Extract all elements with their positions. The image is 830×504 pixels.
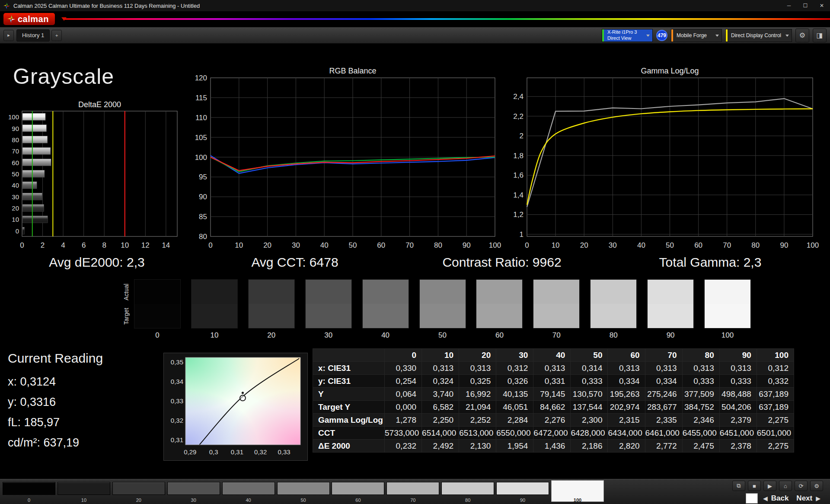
table-row-label: Y [313,388,385,401]
display-control-dropdown[interactable]: Direct Display Control [725,29,792,42]
svg-text:0,32: 0,32 [171,417,183,424]
footer-patch-0[interactable] [3,482,55,495]
table-cell: 0,330 [385,362,422,375]
play-icon[interactable]: ▶ [763,481,776,491]
meter-name: X-Rite i1Pro 3 [607,29,643,35]
svg-text:0,31: 0,31 [171,436,183,443]
refresh-icon[interactable]: ⟳ [795,481,808,491]
footer-patch-70[interactable] [386,482,439,495]
pattern-source-dropdown[interactable]: Mobile Forge [671,29,722,42]
footer-patch-80[interactable] [441,482,494,495]
table-cell: 2,130 [459,440,496,453]
svg-text:70: 70 [723,241,731,249]
table-cell: 202,974 [608,401,645,414]
back-button[interactable]: ◀ Back [760,493,791,504]
table-cell: 2,492 [422,440,459,453]
table-cell: 6461,000 [645,427,682,440]
deltae-2000-chart: DeltaE 200010090807060504030201000246810… [4,99,186,255]
svg-text:6: 6 [82,241,86,249]
current-reading-title: Current Reading [8,351,103,366]
footer-patch-30[interactable] [167,482,220,495]
home-icon[interactable]: ⌂ [779,481,792,491]
table-cell: 2,315 [608,414,645,427]
svg-text:70: 70 [405,241,414,249]
close-button[interactable]: ✕ [814,0,830,11]
table-cell: 377,509 [682,388,719,401]
current-patch-preview[interactable] [746,493,758,504]
swatch-90 [647,279,694,329]
table-cell: 384,752 [682,401,719,414]
footer-patch-20[interactable] [112,482,165,495]
add-tab-button[interactable]: + [51,30,62,41]
history-panel-toggle[interactable]: ▸ [3,30,14,41]
next-button[interactable]: Next ▶ [794,493,823,504]
footer-patch-50[interactable] [277,482,330,495]
svg-text:80: 80 [199,233,207,241]
brand-logo-text: calman [18,15,49,23]
svg-text:80: 80 [751,241,760,249]
table-cell: 0,324 [422,375,459,388]
settings-icon[interactable]: ⚙ [810,481,823,491]
swatch-30-actual [306,280,351,304]
measurement-table: 0102030405060708090100 x: CIE310,3300,31… [313,348,794,453]
deltae-bar-50 [22,170,45,177]
svg-text:40: 40 [637,241,645,249]
table-cell: 0,312 [757,362,794,375]
meter-select-dropdown[interactable]: X-Rite i1Pro 3 Direct View [602,29,653,42]
window-title: Calman 2025 Calman Ultimate for Business… [13,3,200,9]
table-col-50: 50 [571,349,608,362]
maximize-button[interactable]: ☐ [797,0,814,11]
right-panel-toggle-icon[interactable]: ◨ [813,29,827,42]
cie-xy-panel: 0,350,340,330,320,310,290,30,310,320,33 [163,353,308,461]
svg-text:0,31: 0,31 [231,448,243,456]
table-cell: 84,662 [533,401,571,414]
svg-text:14: 14 [162,241,170,249]
table-cell: 2,335 [645,414,682,427]
svg-text:60: 60 [377,241,385,249]
table-cell: 0,326 [496,375,533,388]
svg-text:1,2: 1,2 [513,211,524,219]
footer-patch-60[interactable] [332,482,384,495]
swatch-10-target [192,304,237,328]
svg-text:2: 2 [41,241,45,249]
brand-menu-caret-icon[interactable] [61,17,67,21]
table-cell: 0,313 [422,362,459,375]
table-cell: 40,135 [496,388,533,401]
table-cell: 2,346 [682,414,719,427]
footer-patch-40[interactable] [222,482,275,495]
swatch-20-actual [249,280,294,304]
tab-history-1[interactable]: History 1 [16,29,50,41]
minimize-button[interactable]: ─ [781,0,797,11]
table-cell: 0,332 [757,375,794,388]
svg-text:30: 30 [292,241,300,249]
swatch-30-target [306,304,351,328]
table-cell: 504,206 [719,401,757,414]
swatch-30 [305,279,352,329]
swatch-label-10: 10 [191,331,238,340]
deltae-bar-90 [22,124,47,131]
table-cell: 6550,000 [496,427,533,440]
table-row: y: CIE310,2540,3240,3250,3260,3310,3330,… [313,375,794,388]
table-cell: 2,186 [571,440,608,453]
svg-text:Gamma Log/Log: Gamma Log/Log [641,67,699,75]
pop-out-icon[interactable]: ⧉ [732,481,745,491]
svg-text:0,32: 0,32 [254,448,267,456]
table-col-80: 80 [682,349,719,362]
stat-avg-de2000: Avg dE2000: 2,3 [49,255,144,270]
svg-text:2,2: 2,2 [513,112,524,121]
calman-logo[interactable]: calman [3,13,55,25]
swatch-40-actual [363,280,409,304]
footer-patch-90[interactable] [496,482,549,495]
table-cell: 0,314 [571,362,608,375]
svg-text:90: 90 [780,241,788,249]
footer-nav-row: ◀ Back Next ▶ [746,493,823,504]
svg-text:60: 60 [694,241,702,249]
footer-patch-label-100: 100 [551,498,604,503]
deltae-bar-20 [22,204,44,211]
stop-icon[interactable]: ■ [748,481,761,491]
svg-text:0: 0 [208,241,212,249]
gear-icon[interactable]: ⚙ [795,29,809,42]
footer-patch-10[interactable] [57,482,110,495]
table-row-label: x: CIE31 [313,362,385,375]
deltae-bar-100 [22,113,45,120]
